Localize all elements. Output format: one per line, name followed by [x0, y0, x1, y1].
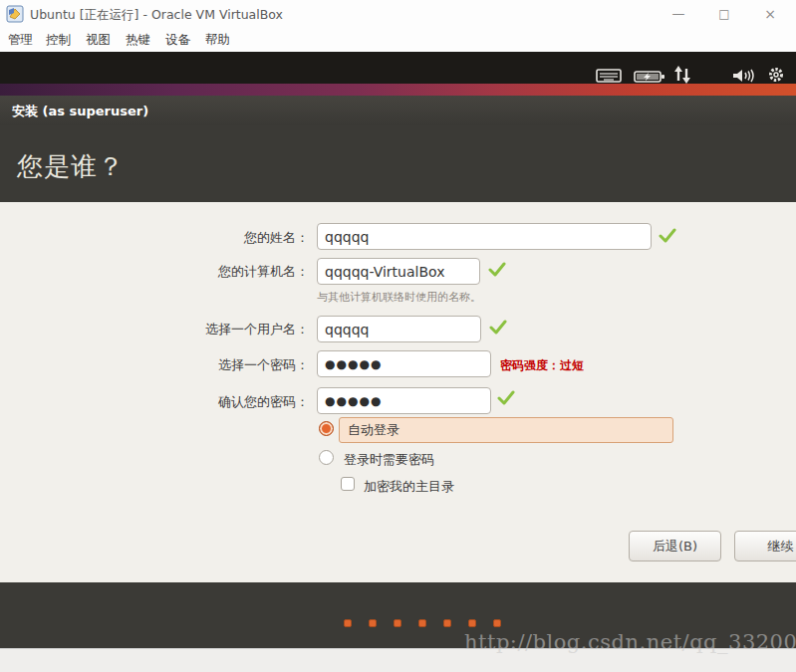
- installer-header: 您是谁？: [0, 125, 796, 202]
- titlebar: Ubuntu [正在运行] - Oracle VM VirtualBox — □…: [0, 0, 796, 28]
- menu-machine[interactable]: 管理: [8, 32, 33, 49]
- maximize-button[interactable]: □: [702, 0, 746, 28]
- window-title: Ubuntu [正在运行] - Oracle VM VirtualBox: [30, 7, 283, 24]
- progress-dot: [344, 619, 352, 627]
- password-label: 选择一个密码：: [110, 356, 309, 374]
- hostname-input[interactable]: [317, 258, 480, 285]
- back-button[interactable]: 后退(B): [629, 531, 721, 561]
- progress-dot: [493, 619, 501, 627]
- minimize-button[interactable]: —: [657, 0, 700, 28]
- progress-dot: [394, 619, 401, 627]
- encrypt-home-checkbox[interactable]: [341, 477, 355, 491]
- hostname-label: 您的计算机名：: [110, 263, 309, 281]
- page-title: 您是谁？: [17, 149, 125, 184]
- username-valid-check-icon: [489, 320, 507, 336]
- menu-hotkeys[interactable]: 热键: [126, 32, 150, 49]
- require-password-radio[interactable]: [319, 450, 334, 465]
- auto-login-radio[interactable]: [319, 421, 334, 436]
- menu-control[interactable]: 控制: [46, 32, 71, 49]
- menu-devices[interactable]: 设备: [165, 32, 190, 49]
- menu-view[interactable]: 视图: [86, 32, 111, 49]
- installer-window-title: 安装 (as superuser): [12, 103, 148, 120]
- virtualbox-logo-icon: [6, 5, 24, 23]
- progress-dot: [418, 619, 426, 627]
- menu-help[interactable]: 帮助: [205, 32, 230, 49]
- auto-login-label[interactable]: 自动登录: [339, 417, 673, 443]
- installer-titlebar: 安装 (as superuser): [0, 96, 796, 125]
- name-input[interactable]: [317, 223, 652, 250]
- virtualbox-window: Ubuntu [正在运行] - Oracle VM VirtualBox — □…: [0, 0, 796, 672]
- password-strength-warning: 密码强度：过短: [500, 357, 584, 374]
- confirm-password-input[interactable]: [317, 387, 491, 414]
- continue-button[interactable]: 继续: [734, 531, 796, 561]
- hostname-hint: 与其他计算机联络时使用的名称。: [317, 290, 481, 305]
- username-label: 选择一个用户名：: [110, 321, 309, 338]
- progress-dots: [344, 619, 501, 627]
- watermark: http://blog.csdn.net/qq_33200967: [464, 630, 796, 654]
- unity-top-panel: En: [0, 52, 796, 84]
- menubar: 管理 控制 视图 热键 设备 帮助: [0, 28, 796, 52]
- confirm-password-label: 确认您的密码：: [110, 393, 309, 411]
- progress-dot: [443, 619, 451, 627]
- hostname-valid-check-icon: [488, 262, 506, 278]
- require-password-label[interactable]: 登录时需要密码: [344, 451, 434, 469]
- progress-dot: [369, 619, 377, 627]
- close-button[interactable]: ×: [748, 0, 792, 28]
- encrypt-home-label[interactable]: 加密我的主目录: [364, 478, 454, 496]
- desktop-wallpaper: [0, 84, 796, 96]
- username-input[interactable]: [317, 316, 481, 342]
- name-label: 您的姓名：: [110, 229, 309, 247]
- confirm-valid-check-icon: [497, 390, 515, 406]
- name-valid-check-icon: [659, 228, 676, 244]
- password-input[interactable]: [317, 350, 491, 377]
- progress-dot: [468, 619, 476, 627]
